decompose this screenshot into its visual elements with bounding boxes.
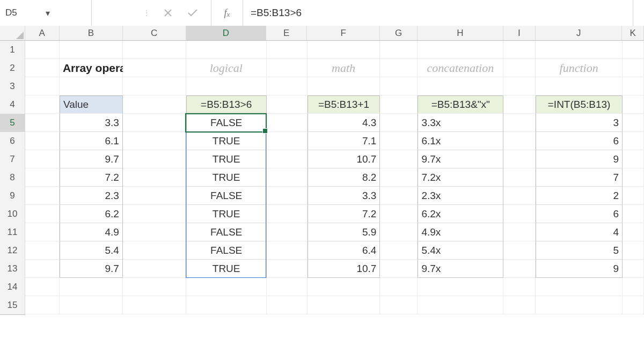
table-cell[interactable]: TRUE xyxy=(186,260,267,278)
row-header[interactable]: 15 xyxy=(0,296,25,315)
table-cell[interactable]: 9.7 xyxy=(60,260,123,278)
select-all-corner[interactable] xyxy=(0,26,25,41)
table-cell[interactable]: 7.2 xyxy=(60,168,123,187)
table-cell[interactable]: 5.4x xyxy=(418,241,503,260)
table-cell[interactable]: 4.9 xyxy=(60,223,123,241)
table-cell[interactable]: 9 xyxy=(536,260,623,278)
table-cell[interactable]: 3.3 xyxy=(308,187,380,205)
formula-text: =B5:B13>6 xyxy=(251,7,302,19)
table-cell[interactable]: 6 xyxy=(536,132,623,150)
col-header[interactable]: I xyxy=(503,26,536,41)
table-cell[interactable]: 9.7x xyxy=(418,260,503,278)
row-header[interactable]: 13 xyxy=(0,260,25,278)
table-cell[interactable]: 6 xyxy=(536,205,623,223)
row-header[interactable]: 11 xyxy=(0,223,25,242)
column-header-row: A B C D E F G H I J K xyxy=(0,26,644,41)
row-header[interactable]: 14 xyxy=(0,278,25,297)
grip-icon: ⋮ xyxy=(143,11,150,14)
table-cell[interactable]: 6.2x xyxy=(418,205,503,223)
col-header[interactable]: E xyxy=(266,26,307,41)
table-cell[interactable]: 4.9x xyxy=(418,223,503,241)
table-cell[interactable]: TRUE xyxy=(186,205,267,223)
col-header[interactable]: A xyxy=(25,26,60,41)
row-header[interactable]: 4 xyxy=(0,95,25,114)
table-cell[interactable]: 5.9 xyxy=(308,223,380,241)
spreadsheet-grid[interactable]: A B C D E F G H I J K 1 2 Array operatio… xyxy=(0,26,644,338)
table-cell[interactable]: 2 xyxy=(536,187,623,205)
table-cell[interactable]: 3.3 xyxy=(60,114,123,132)
col-header[interactable]: G xyxy=(380,26,418,41)
formula-bar-buttons: ⋮ xyxy=(92,0,211,26)
table-cell[interactable]: 8.2 xyxy=(308,168,380,187)
table-header[interactable]: Value xyxy=(60,95,123,114)
table-cell[interactable]: 7.2x xyxy=(418,168,503,187)
row-header[interactable]: 6 xyxy=(0,132,25,151)
category-label: function xyxy=(560,61,598,75)
table-cell[interactable]: FALSE xyxy=(186,223,267,241)
row-header[interactable]: 7 xyxy=(0,150,25,169)
col-header[interactable]: F xyxy=(307,26,380,41)
table-cell[interactable]: 7 xyxy=(536,168,623,187)
table-header[interactable]: =B5:B13+1 xyxy=(308,95,380,114)
col-header[interactable]: H xyxy=(418,26,503,41)
row-header[interactable]: 3 xyxy=(0,77,25,96)
table-cell[interactable]: 6.1 xyxy=(60,132,123,150)
col-header[interactable]: D xyxy=(186,26,267,41)
row-header[interactable]: 9 xyxy=(0,187,25,205)
formula-bar-expand[interactable] xyxy=(633,0,644,26)
table-cell[interactable]: 2.3 xyxy=(60,187,123,205)
table-cell[interactable]: 4.3 xyxy=(308,114,380,132)
table-cell[interactable]: 4 xyxy=(536,223,623,241)
table-cell[interactable]: 6.2 xyxy=(60,205,123,223)
table-header[interactable]: =B5:B13>6 xyxy=(186,95,267,114)
table-cell[interactable]: 9.7 xyxy=(60,150,123,168)
table-cell[interactable]: 10.7 xyxy=(308,150,380,168)
table-cell[interactable]: FALSE xyxy=(186,241,267,260)
formula-input[interactable]: =B5:B13>6 xyxy=(243,0,633,26)
table-cell[interactable]: 2.3x xyxy=(418,187,503,205)
table-cell[interactable]: TRUE xyxy=(186,168,267,187)
table-cell[interactable]: 9 xyxy=(536,150,623,168)
table-cell[interactable]: 10.7 xyxy=(308,260,380,278)
table-cell[interactable]: 7.1 xyxy=(308,132,380,150)
row-header[interactable]: 8 xyxy=(0,168,25,187)
row-header[interactable]: 10 xyxy=(0,205,25,224)
col-header[interactable]: C xyxy=(123,26,186,41)
category-label: math xyxy=(332,61,355,75)
table-cell[interactable]: 6.4 xyxy=(308,241,380,260)
row-header[interactable]: 1 xyxy=(0,41,25,60)
table-cell[interactable]: 3 xyxy=(536,114,623,132)
table-cell[interactable]: 7.2 xyxy=(308,205,380,223)
grid-body[interactable]: 1 2 Array operation logical math concate… xyxy=(0,41,644,314)
chevron-down-icon[interactable]: ▾ xyxy=(46,8,86,18)
table-cell[interactable]: 5.4 xyxy=(60,241,123,260)
table-cell[interactable]: FALSE xyxy=(186,187,267,205)
table-cell[interactable]: TRUE xyxy=(186,132,267,150)
table-cell[interactable]: 6.1x xyxy=(418,132,503,150)
table-cell[interactable]: 9.7x xyxy=(418,150,503,168)
category-label: logical xyxy=(210,61,243,75)
row-header[interactable]: 12 xyxy=(0,241,25,260)
table-header[interactable]: =INT(B5:B13) xyxy=(536,95,623,114)
name-box-value: D5 xyxy=(5,8,46,18)
row-header[interactable]: 5 xyxy=(0,114,25,133)
col-header[interactable]: J xyxy=(536,26,622,41)
col-header[interactable]: K xyxy=(622,26,644,41)
table-cell[interactable]: FALSE xyxy=(186,114,267,132)
fx-icon[interactable]: fx xyxy=(211,0,243,26)
table-cell[interactable]: 3.3x xyxy=(418,114,503,132)
category-label: concatenation xyxy=(427,61,494,75)
name-box[interactable]: D5 ▾ xyxy=(0,0,92,26)
cancel-button[interactable] xyxy=(162,6,174,19)
table-cell[interactable]: 5 xyxy=(536,241,623,260)
row-header[interactable]: 2 xyxy=(0,59,25,78)
col-header[interactable]: B xyxy=(60,26,123,41)
formula-bar: D5 ▾ ⋮ fx =B5:B13>6 xyxy=(0,0,644,26)
confirm-button[interactable] xyxy=(186,6,199,19)
table-cell[interactable]: TRUE xyxy=(186,150,267,168)
table-header[interactable]: =B5:B13&"x" xyxy=(418,95,503,114)
